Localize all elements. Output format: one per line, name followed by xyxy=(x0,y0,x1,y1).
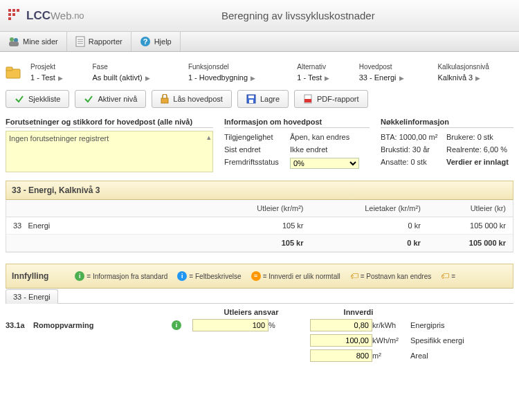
breadcrumb: Prosjekt Fase Funksjonsdel Alternativ Ho… xyxy=(6,62,513,83)
fill-header-ansvar: Utleiers ansvar xyxy=(192,308,310,316)
document-icon xyxy=(75,36,85,47)
unit-label: kWh/m² xyxy=(372,336,410,345)
svg-rect-22 xyxy=(304,99,311,102)
bc-hovedpost[interactable]: 33 - Energi▶ xyxy=(359,73,437,82)
toolbar: Sjekkliste Aktiver nivå Lås hovedpost La… xyxy=(6,90,513,108)
scroll-up-icon[interactable]: ▴ xyxy=(207,133,211,142)
fill-desc: Spesifikk energi xyxy=(410,336,513,345)
bc-funksjonsdel[interactable]: 1 - Hovedbygning▶ xyxy=(188,73,295,82)
key-cell: Brukstid: 30 år xyxy=(381,145,446,154)
menu-label: Hjelp xyxy=(154,37,172,46)
grid-row[interactable]: 33 Energi 105 kr 0 kr 105 000 kr xyxy=(6,217,513,235)
info-label: Tilgjengelighet xyxy=(224,133,290,141)
svg-rect-16 xyxy=(6,67,12,71)
svg-rect-5 xyxy=(8,17,11,20)
legend-item: i= Feltbeskrivelse xyxy=(177,271,241,281)
innfylling-title: Innfylling xyxy=(12,271,48,281)
fill-headers: Utleiers ansvar Innverdi xyxy=(6,308,513,316)
logo-icon xyxy=(7,8,24,24)
bc-head-prosjekt: Prosjekt xyxy=(30,63,91,72)
pdf-icon xyxy=(303,94,313,104)
legend-item: 🏷= xyxy=(441,271,455,281)
bc-head-kalk: Kalkulasjonsnivå xyxy=(437,63,512,72)
prereq-text: Ingen forutsetninger registrert xyxy=(9,134,109,143)
check-icon xyxy=(15,94,24,104)
tag-icon: 🏷 xyxy=(441,271,449,281)
innverdi-input[interactable] xyxy=(310,349,372,362)
lagre-button[interactable]: Lagre xyxy=(237,90,289,108)
svg-rect-4 xyxy=(12,13,15,16)
grid-header: Leietaker (kr/m²) xyxy=(310,200,427,217)
svg-rect-17 xyxy=(161,98,168,103)
logo: LCCWeb.no xyxy=(7,8,84,24)
grid-header xyxy=(6,200,209,217)
svg-rect-2 xyxy=(17,9,19,12)
svg-text:?: ? xyxy=(143,37,147,46)
unit-label: kr/kWh xyxy=(372,321,410,329)
prereq-title: Forutsetninger og stikkord for hovedpost… xyxy=(6,118,213,128)
bc-fase[interactable]: As built (aktivt)▶ xyxy=(92,73,186,82)
legend-item: == Innverdi er ulik normtall xyxy=(251,271,340,281)
fill-row: 33.1a Romoppvarming i % kr/kWh Energipri… xyxy=(6,319,513,331)
innverdi-input[interactable] xyxy=(310,319,372,331)
logo-text-web: Web xyxy=(51,10,72,21)
grid-header: Utleier (kr) xyxy=(428,200,513,217)
fill-header-innverdi: Innverdi xyxy=(310,308,407,316)
key-cell: Brukere: 0 stk xyxy=(446,133,513,141)
app-header: LCCWeb.no Beregning av livssykluskostnad… xyxy=(0,0,519,32)
fill-row: m² Areal xyxy=(6,349,513,362)
info-value: Ikke endret xyxy=(290,145,327,154)
bc-prosjekt[interactable]: 1 - Test▶ xyxy=(30,73,91,82)
bc-alternativ[interactable]: 1 - Test▶ xyxy=(297,73,357,82)
check-icon xyxy=(84,94,93,104)
menu-label: Mine sider xyxy=(23,37,58,46)
svg-rect-20 xyxy=(249,100,253,103)
svg-rect-0 xyxy=(8,9,11,12)
key-cell: Verdier er innlagt xyxy=(446,158,513,166)
unit-label: % xyxy=(268,321,310,329)
progress-select[interactable]: 0% xyxy=(290,158,359,169)
grid-total-row: 105 kr 0 kr 105 000 kr xyxy=(6,235,513,252)
menu-hjelp[interactable]: ? Hjelp xyxy=(131,32,181,51)
save-icon xyxy=(246,94,256,104)
svg-rect-3 xyxy=(8,13,11,16)
unit-label: m² xyxy=(372,351,410,360)
section-energi-title: 33 - Energi, Kalknivå 3 xyxy=(6,181,513,200)
bc-head-funksjonsdel: Funksjonsdel xyxy=(188,63,295,72)
svg-rect-1 xyxy=(12,9,15,12)
fill-desc: Energipris xyxy=(410,321,513,329)
menu-mine-sider[interactable]: Mine sider xyxy=(0,32,67,51)
info-green-icon: i xyxy=(75,271,84,281)
menubar: Mine sider Rapporter ? Hjelp xyxy=(0,32,519,52)
info-orange-icon: = xyxy=(251,271,261,281)
bc-head-alternativ: Alternativ xyxy=(297,63,357,72)
users-icon xyxy=(8,36,19,47)
lock-icon xyxy=(161,94,169,104)
logo-text-lcc: LCC xyxy=(26,9,51,23)
laas-button[interactable]: Lås hovedpost xyxy=(152,90,232,108)
prereq-box[interactable]: Ingen forutsetninger registrert ▴ xyxy=(6,131,213,172)
fill-row: kWh/m² Spesifikk energi xyxy=(6,334,513,347)
pdf-button[interactable]: PDF-rapport xyxy=(294,90,368,108)
tab-energi[interactable]: 33 - Energi xyxy=(6,289,58,304)
bc-head-fase: Fase xyxy=(92,63,186,72)
fill-desc: Areal xyxy=(410,351,513,360)
bc-head-hovedpost: Hovedpost xyxy=(359,63,437,72)
menu-label: Rapporter xyxy=(89,37,122,46)
svg-rect-8 xyxy=(9,42,19,46)
key-cell: Ansatte: 0 stk xyxy=(381,158,446,166)
fill-row-name: Romoppvarming xyxy=(33,321,172,329)
bc-kalk[interactable]: Kalknivå 3▶ xyxy=(437,73,512,82)
info-value: Åpen, kan endres xyxy=(290,133,349,141)
sjekkliste-button[interactable]: Sjekkliste xyxy=(6,90,69,108)
menu-rapporter[interactable]: Rapporter xyxy=(67,32,131,51)
legend-item: i= Informasjon fra standard xyxy=(75,271,167,281)
folder-icon[interactable] xyxy=(6,66,21,79)
innverdi-input[interactable] xyxy=(310,334,372,347)
ansvar-input[interactable] xyxy=(192,319,268,331)
aktiver-button[interactable]: Aktiver nivå xyxy=(75,90,146,108)
info-blue-icon: i xyxy=(177,271,187,281)
info-green-icon[interactable]: i xyxy=(172,320,181,330)
energi-grid: Utleier (kr/m²) Leietaker (kr/m²) Utleie… xyxy=(6,200,513,253)
svg-point-6 xyxy=(10,37,14,42)
